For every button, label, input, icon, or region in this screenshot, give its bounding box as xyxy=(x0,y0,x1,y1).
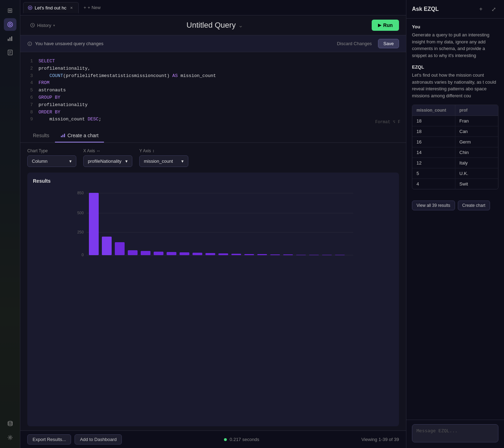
new-tab-button[interactable]: + + New xyxy=(80,2,104,13)
unsaved-message: You have unsaved query changes xyxy=(35,41,103,46)
cell-mc-4: 14 xyxy=(412,147,455,158)
table-row-2: 18 Can xyxy=(412,126,498,137)
status-info: 0.217 seconds xyxy=(224,437,259,442)
y-label-250: 250 xyxy=(77,230,84,234)
chart-area: Results 850 500 250 0 xyxy=(27,173,399,426)
tab-icon xyxy=(28,5,33,10)
run-icon: ▶ xyxy=(378,23,381,28)
export-button[interactable]: Export Results... xyxy=(27,434,71,444)
history-button[interactable]: History ▾ xyxy=(27,21,58,29)
table-row-7: 4 Swit xyxy=(412,179,498,189)
line-num-3: 3 xyxy=(27,72,33,80)
code-line-1: 1 SELECT xyxy=(27,58,399,65)
bar-10 xyxy=(205,253,215,255)
bar-5 xyxy=(141,251,150,255)
cell-prof-7: Swit xyxy=(455,179,498,189)
user-turn: You Generate a query to pull an interest… xyxy=(412,24,498,59)
sidebar-icon-query[interactable] xyxy=(4,18,16,31)
chart-svg-container: 850 500 250 0 xyxy=(33,188,393,272)
you-label: You xyxy=(412,24,498,29)
message-input-area xyxy=(406,420,504,448)
discard-button[interactable]: Discard Changes xyxy=(334,40,375,48)
code-line-9: 9 mission_count DESC; xyxy=(27,116,399,123)
code-astronauts: astronauts xyxy=(38,87,66,94)
cell-mc-5: 12 xyxy=(412,158,455,168)
cell-prof-2: Can xyxy=(455,126,498,136)
table-row-6: 5 U.K. xyxy=(412,168,498,179)
y-axis-arrow-icon: ↕ xyxy=(152,148,154,153)
chart-config: Chart Type Column ▾ X Axis ↔ profileNati… xyxy=(20,143,406,173)
table-actions: View all 39 results Create chart xyxy=(412,198,498,212)
panel-add-button[interactable]: + xyxy=(476,4,486,14)
tab-create-chart-label: Create a chart xyxy=(68,133,99,138)
chart-type-value: Column xyxy=(32,159,48,164)
tab-create-chart[interactable]: Create a chart xyxy=(55,129,104,142)
code-line-2: 2 profilenationality, xyxy=(27,65,399,72)
code-count: COUNT(profilelifetimestatisticsmissionco… xyxy=(38,72,216,80)
line-num-4: 4 xyxy=(27,79,33,87)
save-button[interactable]: Save xyxy=(378,39,399,48)
create-chart-button[interactable]: Create chart xyxy=(458,201,490,210)
svg-rect-2 xyxy=(8,39,9,41)
y-axis-select[interactable]: mission_count ▾ xyxy=(139,155,188,167)
panel-expand-button[interactable]: ⤢ xyxy=(489,4,498,14)
line-num-1: 1 xyxy=(27,58,33,65)
bar-20 xyxy=(335,255,345,255)
line-num-5: 5 xyxy=(27,87,33,94)
bar-17 xyxy=(296,255,306,255)
table-row-4: 14 Chin xyxy=(412,147,498,158)
sidebar-icon-database[interactable] xyxy=(4,417,16,430)
tab-bar: Let's find out hc ✕ + + New xyxy=(20,0,406,15)
tab-close-button[interactable]: ✕ xyxy=(69,5,74,10)
bar-13 xyxy=(244,254,254,255)
cell-mc-7: 4 xyxy=(412,179,455,189)
svg-point-11 xyxy=(28,6,32,10)
bar-3 xyxy=(115,242,125,255)
panel-actions: + ⤢ xyxy=(476,4,498,14)
code-line-6: 6 GROUP BY xyxy=(27,94,399,102)
message-input[interactable] xyxy=(412,424,498,442)
cell-prof-4: Chin xyxy=(455,147,498,158)
sidebar-icon-chart[interactable] xyxy=(4,32,16,45)
tab-lets-find-out[interactable]: Let's find out hc ✕ xyxy=(23,2,79,13)
code-line-4: 4 FROM xyxy=(27,79,399,87)
line-num-2: 2 xyxy=(27,65,33,72)
svg-point-0 xyxy=(8,22,13,27)
cell-prof-3: Germ xyxy=(455,137,498,147)
query-title-chevron: ⌄ xyxy=(238,22,243,29)
run-button[interactable]: ▶ Run xyxy=(372,20,399,31)
viewing-info: Viewing 1-39 of 39 xyxy=(362,437,399,442)
view-all-button[interactable]: View all 39 results xyxy=(412,201,455,210)
bar-4 xyxy=(128,250,138,255)
timing-label: 0.217 seconds xyxy=(230,437,259,442)
query-title[interactable]: Untitled Query ⌄ xyxy=(187,21,243,30)
sidebar-icon-settings[interactable] xyxy=(4,431,16,444)
sidebar: ⊞ xyxy=(0,0,20,448)
sidebar-icon-book[interactable] xyxy=(4,46,16,59)
cell-prof-1: Fran xyxy=(455,116,498,126)
results-table-header: mission_count prof xyxy=(412,105,498,116)
code-editor[interactable]: 1 SELECT 2 profilenationality, 3 COUNT(p… xyxy=(20,52,406,129)
y-axis-label: Y Axis ↕ xyxy=(139,148,188,153)
unsaved-banner: You have unsaved query changes Discard C… xyxy=(20,35,406,52)
info-icon xyxy=(27,41,32,46)
code-groupby: GROUP BY xyxy=(38,94,60,102)
run-label: Run xyxy=(383,22,393,28)
x-axis-select[interactable]: profileNationality ▾ xyxy=(83,155,132,167)
cell-mc-6: 5 xyxy=(412,168,455,178)
line-num-9: 9 xyxy=(27,116,33,123)
sidebar-icon-grid[interactable]: ⊞ xyxy=(4,4,16,17)
add-to-dashboard-button[interactable]: Add to Dashboard xyxy=(75,434,122,444)
cell-mc-3: 16 xyxy=(412,137,455,147)
cell-prof-5: Italy xyxy=(455,158,498,168)
new-tab-label: + New xyxy=(88,5,100,10)
history-icon xyxy=(30,23,35,28)
code-select: SELECT xyxy=(38,58,55,65)
tab-results[interactable]: Results xyxy=(27,129,55,142)
svg-point-9 xyxy=(8,421,12,423)
bar-9 xyxy=(192,253,202,255)
bar-usa xyxy=(89,193,99,255)
chart-type-select[interactable]: Column ▾ xyxy=(27,155,76,167)
new-tab-plus: + xyxy=(84,5,86,10)
table-row-3: 16 Germ xyxy=(412,137,498,147)
